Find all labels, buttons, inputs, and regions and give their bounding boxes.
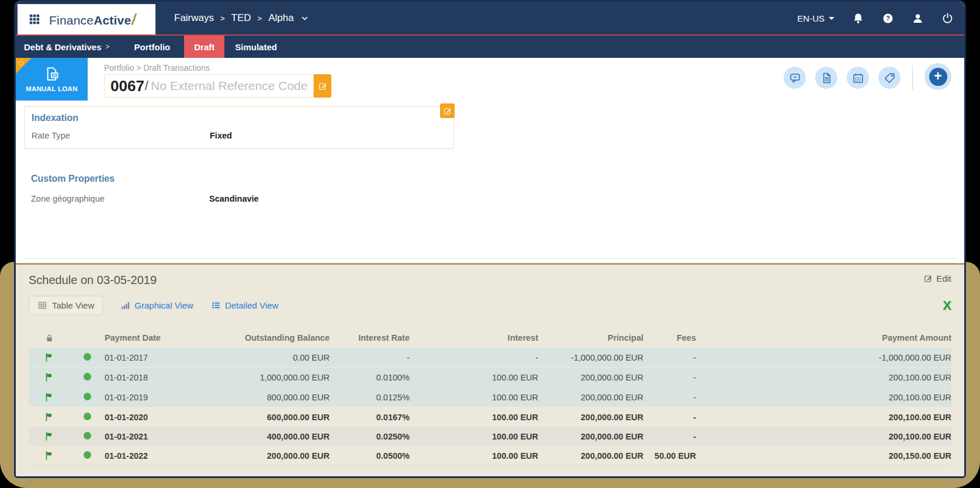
power-icon[interactable] [941,12,954,25]
app-window: FinanceActive/ Fairways > TED > Alpha EN… [14,0,966,478]
status-dot-icon [84,413,91,420]
flag-icon [44,451,54,461]
top-navbar: FinanceActive/ Fairways > TED > Alpha EN… [16,2,964,34]
field-value: Fixed [210,131,232,140]
status-dot-icon [84,393,91,400]
field-label: Zone géographique [31,194,209,203]
breadcrumb-group[interactable]: TED [231,12,251,24]
calendar-button[interactable] [847,67,869,89]
document-icon [820,72,833,84]
table-row: 01-01-2019800,000.00 EUR0.0125%100.00 EU… [29,387,951,407]
app-launcher-grid-icon[interactable] [28,13,41,26]
indexation-panel: Indexation Rate Type Fixed [24,106,454,149]
bar-chart-icon [120,300,130,310]
schedule-header: Schedule on 03-05-2019 Edit [29,274,951,287]
tag-icon [884,72,896,84]
pencil-square-icon [318,82,327,91]
list-icon [211,300,221,310]
col-principal: Principal [538,328,643,348]
schedule-tabs: Table View Graphical View Detailed View … [29,296,951,315]
caret-down-icon [829,17,834,20]
field-label: Rate Type [32,131,210,140]
app-logo[interactable]: FinanceActive/ [18,4,155,34]
flag-icon [44,412,54,422]
nav-item-draft[interactable]: Draft [184,36,224,58]
breadcrumb-org[interactable]: Fairways [174,12,214,24]
bell-icon[interactable] [852,12,864,25]
flag-icon [44,392,54,402]
col-payment-date: Payment Date [105,328,204,348]
logo-slash: / [131,11,136,27]
col-interest: Interest [410,328,538,348]
help-icon[interactable] [882,12,894,25]
tab-detailed-view[interactable]: Detailed View [211,300,278,310]
nav-item-simulated[interactable]: Simulated [224,36,288,58]
loan-badge-label: MANUAL LOAN [26,85,78,92]
tag-button[interactable] [878,67,901,89]
custom-properties-title: Custom Properties [31,174,956,184]
col-interest-rate: Interest Rate [330,328,410,348]
content-divider [24,258,956,259]
breadcrumb-entity[interactable]: Alpha [268,12,293,24]
breadcrumb: Portfolio > Draft Transactions [104,63,331,72]
schedule-table: Payment Date Outstanding Balance Interes… [29,328,951,466]
external-reference-placeholder: No External Reference Code [151,79,307,93]
loan-document-icon [44,66,60,82]
manual-loan-badge[interactable]: MANUAL LOAN [16,58,88,101]
transaction-code: 0067 [110,77,144,95]
status-dot-icon [84,353,91,361]
table-row: 01-01-2022200,000.00 EUR0.0500%100.00 EU… [29,446,951,466]
chevron-down-icon[interactable] [300,14,309,23]
edit-indexation-button[interactable] [440,103,455,118]
table-row: 01-01-2020600,000.00 EUR0.0167%100.00 EU… [29,407,951,427]
add-button[interactable]: + [924,63,951,90]
page-header: MANUAL LOAN Portfolio > Draft Transactio… [16,58,964,101]
tab-graphical-view[interactable]: Graphical View [120,300,193,310]
documents-button[interactable] [815,67,837,89]
breadcrumb-separator: > [258,14,262,23]
tab-table-view[interactable]: Table View [29,296,103,315]
user-icon[interactable] [912,12,924,25]
plus-icon: + [929,68,947,86]
spinner-dots-icon [18,60,25,67]
table-row: 01-01-20181,000,000.00 EUR0.0100%100.00 … [29,368,951,387]
status-dot-icon [84,432,91,439]
comment-button[interactable] [784,67,806,89]
calendar-icon [852,72,864,84]
status-dot-icon [84,373,91,380]
edit-title-button[interactable] [314,74,331,98]
transaction-title-box: 0067 / No External Reference Code [104,74,314,98]
comment-icon [789,72,801,84]
language-selector[interactable]: EN-US [797,13,834,23]
col-payment-amount: Payment Amount [696,328,951,348]
edit-schedule-link[interactable]: Edit [924,274,951,283]
table-header-row: Payment Date Outstanding Balance Interes… [29,328,951,348]
logo-text: FinanceActive/ [49,11,136,28]
title-area: Portfolio > Draft Transactions 0067 / No… [104,58,331,101]
nav-item-portfolio[interactable]: Portfolio [120,36,185,58]
table-row: 01-01-2021400,000.00 EUR0.0250%100.00 EU… [29,427,951,446]
title-row: 0067 / No External Reference Code [104,74,331,98]
context-breadcrumb: Fairways > TED > Alpha [174,12,309,24]
lock-icon [44,333,54,343]
table-grid-icon [37,300,47,310]
pencil-square-icon [444,107,452,115]
schedule-title: Schedule on 03-05-2019 [29,274,157,287]
col-outstanding-balance: Outstanding Balance [204,328,330,348]
excel-export-button[interactable]: X [943,299,951,312]
custom-properties-section: Custom Properties Zone géographique Scan… [31,174,956,203]
flag-icon [44,431,54,441]
schedule-section: Schedule on 03-05-2019 Edit Table View G… [16,263,964,476]
topnav-right-group: EN-US [797,12,964,25]
chevron-right-icon: > [106,43,110,51]
pencil-square-icon [924,274,933,283]
nav-item-debt-derivatives[interactable]: Debt & Derivatives> [16,36,120,58]
field-rate-type: Rate Type Fixed [32,131,446,140]
col-fees: Fees [643,328,696,348]
field-value: Scandinavie [209,194,259,203]
table-row: 01-01-20170.00 EUR---1,000,000.00 EUR--1… [29,348,951,368]
title-separator: / [145,78,148,94]
detail-content: Indexation Rate Type Fixed Custom Proper… [16,101,964,263]
sub-navbar: Debt & Derivatives> Portfolio Draft Simu… [16,36,964,58]
breadcrumb-separator: > [220,14,225,23]
